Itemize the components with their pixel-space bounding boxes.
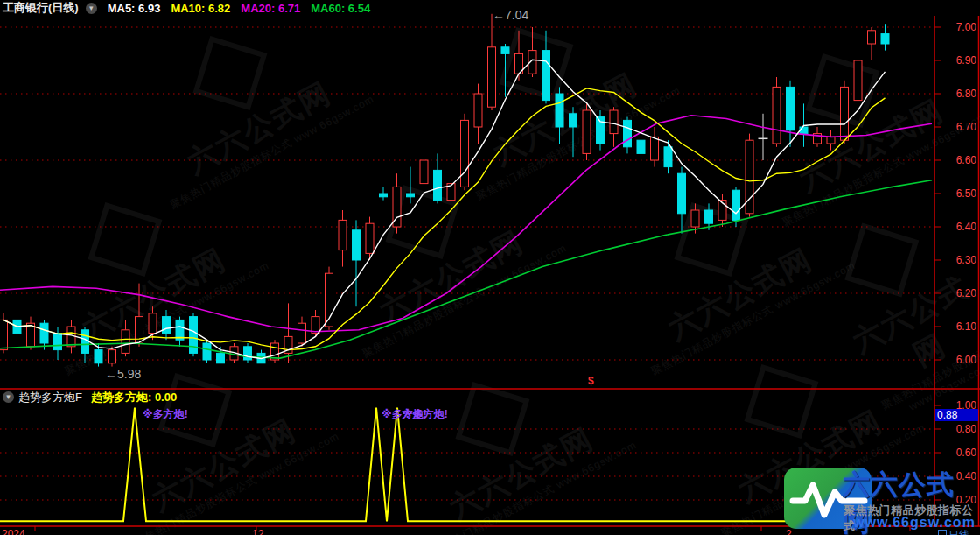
indicator-axis-label: 0.40 [947, 470, 976, 482]
candle [488, 14, 496, 110]
indicator-axis-label: 0.60 [947, 447, 976, 459]
current-value-badge: 0.88 [935, 409, 978, 421]
candle [298, 317, 306, 347]
candle [434, 153, 442, 203]
candle [54, 327, 62, 360]
title-bar: 工商银行(日线) ▾ MA5: 6.93 MA10: 6.82 MA20: 6.… [0, 0, 980, 16]
trading-app-window: 六六公式网聚焦热门精品炒股指标公式 www.66gsw.com六六公式网聚焦热门… [0, 0, 980, 535]
candle [718, 194, 726, 227]
candle [339, 210, 346, 267]
price-axis-label: 6.10 [947, 320, 976, 333]
chevron-down-icon[interactable]: ▾ [86, 3, 97, 14]
candle [244, 343, 252, 363]
price-axis-label: 6.90 [947, 54, 976, 67]
indicator-axis-label: 0.20 [947, 494, 976, 506]
ma5-value-label: MA5: 6.93 [108, 2, 161, 15]
candle [163, 310, 171, 340]
candle [393, 173, 401, 233]
candle [474, 84, 482, 144]
event-marker[interactable]: $ [588, 375, 594, 387]
date-axis-label: 12 [252, 528, 263, 535]
indicator-value: 趋势多方炮: 0.00 [91, 390, 177, 405]
period-label[interactable]: 日线 [948, 528, 970, 535]
candle [353, 220, 360, 306]
candle [746, 134, 753, 217]
candle [27, 317, 35, 350]
ma20-value-label: MA20: 6.71 [241, 2, 300, 15]
candle [759, 114, 768, 160]
candle [284, 303, 292, 363]
chart-canvas[interactable] [0, 0, 980, 535]
ma10-line [4, 88, 886, 350]
indicator-name[interactable]: 趋势多方炮F [18, 390, 82, 405]
candle [542, 31, 550, 104]
candle [610, 107, 618, 147]
gridlines [0, 27, 942, 500]
indicator-header: ▾ 趋势多方炮F 趋势多方炮: 0.00 [0, 391, 177, 404]
price-axis-label: 6.60 [947, 154, 976, 166]
candle [868, 27, 876, 60]
candle [461, 114, 469, 190]
candle [407, 167, 415, 204]
candle [827, 130, 835, 151]
low-price-annotation: ←5.98 [105, 367, 141, 381]
candlesticks [0, 14, 889, 367]
candle [528, 27, 536, 77]
candle [651, 127, 659, 167]
ma10-value-label: MA10: 6.82 [171, 2, 230, 15]
price-axis-label: 6.30 [947, 254, 976, 266]
candle [326, 267, 333, 330]
signal-label: ※多方炮! [143, 407, 188, 422]
candle [501, 44, 509, 97]
candle [108, 347, 116, 367]
price-axis-label: 6.50 [947, 187, 976, 200]
ma60-value-label: MA60: 6.54 [311, 2, 370, 15]
candle [637, 134, 645, 174]
candle [176, 317, 184, 347]
candle [583, 103, 591, 160]
price-axis-label: 6.80 [947, 88, 976, 100]
candle [447, 177, 455, 207]
price-axis-label: 6.40 [947, 221, 976, 233]
date-axis-label: 2024 [2, 528, 25, 535]
indicator-line [0, 408, 822, 522]
candle [854, 53, 862, 107]
candle [271, 340, 279, 363]
indicator-axis-label: 0.80 [947, 423, 976, 435]
chevron-down-icon[interactable]: ▾ [3, 391, 14, 403]
period-icon[interactable] [938, 530, 947, 535]
price-axis-label: 6.70 [947, 121, 976, 133]
candle [217, 347, 225, 363]
candle [787, 81, 794, 147]
price-axis-label: 7.00 [947, 21, 976, 33]
candle [556, 87, 564, 144]
candle [841, 81, 849, 144]
candle [420, 140, 428, 187]
candle [773, 77, 780, 147]
candle [664, 140, 672, 173]
signal-label: ※多方炮! [402, 407, 448, 422]
candle [190, 313, 198, 356]
candle [624, 117, 632, 154]
candle [203, 340, 211, 363]
indicator-plot[interactable] [0, 408, 822, 522]
candle [678, 167, 686, 234]
candle [597, 110, 605, 151]
price-axis-label: 6.00 [947, 354, 976, 366]
candle [881, 24, 889, 50]
candle [122, 320, 130, 356]
stock-title: 工商银行(日线) [3, 0, 79, 16]
candle [814, 127, 822, 147]
candle [380, 187, 388, 200]
candle [570, 107, 578, 157]
candle [13, 317, 21, 350]
candle [136, 284, 144, 347]
high-price-annotation: ←7.04 [493, 8, 528, 22]
price-axis-label: 6.20 [947, 287, 976, 299]
